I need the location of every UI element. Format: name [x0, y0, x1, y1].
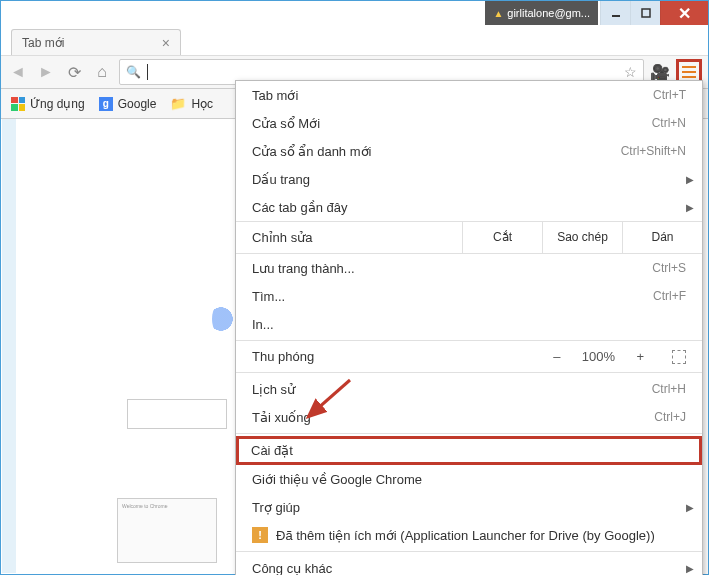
bookmark-folder-hoc[interactable]: 📁 Học: [170, 96, 213, 111]
menu-downloads[interactable]: Tải xuống Ctrl+J: [236, 403, 702, 431]
menu-new-tab[interactable]: Tab mới Ctrl+T: [236, 81, 702, 109]
menu-edit-row: Chỉnh sửa Cắt Sao chép Dán: [236, 221, 702, 254]
tab-new[interactable]: Tab mới ×: [11, 29, 181, 55]
menu-extension-notice[interactable]: ! Đã thêm tiện ích mới (Application Laun…: [236, 521, 702, 549]
menu-help[interactable]: Trợ giúp ▶: [236, 493, 702, 521]
chevron-right-icon: ▶: [686, 502, 694, 513]
menu-separator: [236, 340, 702, 341]
text-cursor: [147, 64, 148, 80]
titlebar: ▲ girlitalone@gm... ✕: [1, 1, 708, 25]
bookmark-label: Google: [118, 97, 157, 111]
forward-button[interactable]: ►: [35, 61, 57, 83]
menu-new-window[interactable]: Cửa sổ Mới Ctrl+N: [236, 109, 702, 137]
chevron-right-icon: ▶: [686, 174, 694, 185]
menu-history[interactable]: Lịch sử Ctrl+H: [236, 375, 702, 403]
extension-notice-text: Đã thêm tiện ích mới (Application Launch…: [276, 528, 655, 543]
menu-print[interactable]: In...: [236, 310, 702, 338]
tab-strip: Tab mới ×: [1, 25, 708, 55]
apps-icon: [11, 97, 25, 111]
zoom-out-button[interactable]: –: [553, 349, 560, 364]
warning-icon: ▲: [493, 8, 503, 19]
maximize-button[interactable]: [630, 1, 660, 25]
menu-separator: [236, 551, 702, 552]
fullscreen-icon[interactable]: [672, 350, 686, 364]
zoom-label: Thu phóng: [252, 349, 553, 364]
account-email: girlitalone@gm...: [507, 7, 590, 19]
menu-more-tools[interactable]: Công cụ khác ▶: [236, 554, 702, 575]
menu-paste[interactable]: Dán: [622, 222, 702, 253]
back-button[interactable]: ◄: [7, 61, 29, 83]
window-edge-decoration: [2, 119, 16, 573]
menu-settings[interactable]: Cài đặt: [236, 436, 702, 465]
close-tab-icon[interactable]: ×: [162, 35, 170, 51]
zoom-in-button[interactable]: +: [636, 349, 644, 364]
menu-save-as[interactable]: Lưu trang thành... Ctrl+S: [236, 254, 702, 282]
menu-incognito[interactable]: Cửa sổ ẩn danh mới Ctrl+Shift+N: [236, 137, 702, 165]
folder-icon: 📁: [170, 96, 186, 111]
menu-find[interactable]: Tìm... Ctrl+F: [236, 282, 702, 310]
minimize-button[interactable]: [600, 1, 630, 25]
menu-bookmarks[interactable]: Dấu trang ▶: [236, 165, 702, 193]
bookmark-google[interactable]: g Google: [99, 97, 157, 111]
menu-copy[interactable]: Sao chép: [542, 222, 622, 253]
google-icon: g: [99, 97, 113, 111]
menu-separator: [236, 372, 702, 373]
menu-about-chrome[interactable]: Giới thiệu về Google Chrome: [236, 465, 702, 493]
bookmarks-apps[interactable]: Ứng dụng: [11, 97, 85, 111]
extension-icon[interactable]: 🎥: [650, 62, 670, 82]
bookmark-label: Học: [191, 97, 213, 111]
menu-edit-label: Chỉnh sửa: [236, 222, 462, 253]
menu-zoom-row: Thu phóng – 100% +: [236, 343, 702, 370]
svg-rect-1: [642, 9, 650, 17]
apps-label: Ứng dụng: [30, 97, 85, 111]
zoom-value: 100%: [578, 349, 618, 364]
chevron-right-icon: ▶: [686, 202, 694, 213]
close-window-button[interactable]: ✕: [660, 1, 708, 25]
chevron-right-icon: ▶: [686, 563, 694, 574]
most-visited-thumbnail[interactable]: Welcome to Chrome: [117, 498, 217, 563]
search-icon: 🔍: [126, 65, 141, 79]
tab-title: Tab mới: [22, 36, 64, 50]
chrome-menu: Tab mới Ctrl+T Cửa sổ Mới Ctrl+N Cửa sổ …: [235, 80, 703, 575]
menu-cut[interactable]: Cắt: [462, 222, 542, 253]
menu-recent-tabs[interactable]: Các tab gần đây ▶: [236, 193, 702, 221]
alert-badge-icon: !: [252, 527, 268, 543]
reload-button[interactable]: ⟳: [63, 61, 85, 83]
ntp-search-box-fragment[interactable]: [127, 399, 227, 429]
home-button[interactable]: ⌂: [91, 61, 113, 83]
signed-in-account[interactable]: ▲ girlitalone@gm...: [485, 1, 598, 25]
menu-separator: [236, 433, 702, 434]
bookmark-star-icon[interactable]: ☆: [624, 64, 637, 80]
